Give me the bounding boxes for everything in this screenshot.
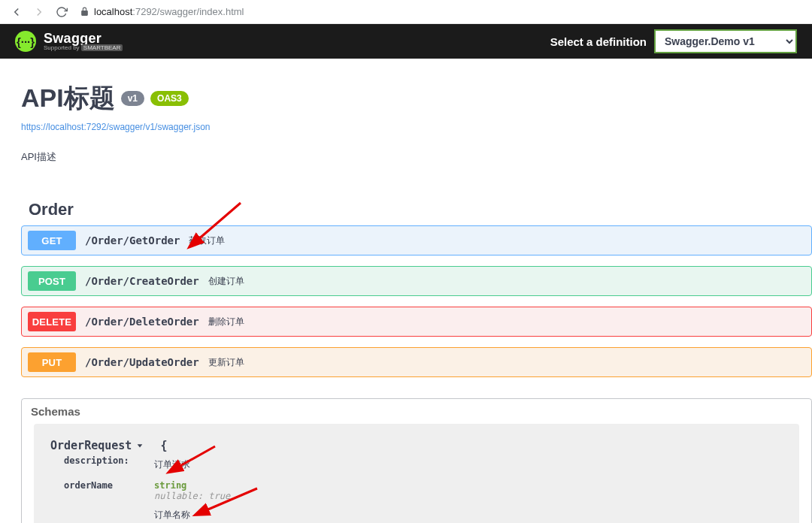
opblock-post[interactable]: POST/Order/CreateOrder创建订单 bbox=[21, 266, 812, 296]
back-button[interactable] bbox=[6, 2, 27, 23]
operation-path: /Order/CreateOrder bbox=[85, 275, 199, 287]
arrow-left-icon bbox=[10, 5, 23, 19]
model-prop-type: string bbox=[154, 480, 230, 491]
reload-icon bbox=[56, 6, 68, 18]
reload-button[interactable] bbox=[51, 2, 72, 23]
operation-summary: 更新订单 bbox=[208, 356, 244, 369]
address-bar[interactable]: localhost:7292/swagger/index.html bbox=[80, 2, 806, 22]
definition-select[interactable]: Swagger.Demo v1 bbox=[654, 29, 797, 53]
version-badge: v1 bbox=[121, 91, 144, 106]
api-title-text: API标题 bbox=[21, 81, 115, 116]
operation-summary: 删除订单 bbox=[208, 316, 244, 328]
operation-summary: 获取订单 bbox=[189, 234, 225, 247]
model-name: OrderRequest bbox=[50, 439, 132, 452]
http-method-badge: DELETE bbox=[28, 312, 76, 331]
swagger-topbar: {···} Swagger Supported by SMARTBEAR Sel… bbox=[0, 24, 812, 59]
model-prop-desc: 订单名称 bbox=[154, 509, 230, 521]
swagger-logo-icon: {···} bbox=[15, 31, 36, 52]
opblock-delete[interactable]: DELETE/Order/DeleteOrder删除订单 bbox=[21, 307, 812, 337]
http-method-badge: GET bbox=[28, 231, 76, 250]
model-prop-name: orderName bbox=[64, 480, 154, 523]
model-prop-nullable: nullable: true bbox=[154, 491, 230, 501]
api-description: API描述 bbox=[21, 150, 812, 164]
http-method-badge: PUT bbox=[28, 352, 76, 372]
opblock-put[interactable]: PUT/Order/UpdateOrder更新订单 bbox=[21, 347, 812, 377]
brand-subtitle: Supported by SMARTBEAR bbox=[44, 45, 123, 51]
browser-toolbar: localhost:7292/swagger/index.html bbox=[0, 0, 812, 24]
schemas-section: Schemas OrderRequest { description: 订单请求… bbox=[21, 398, 812, 523]
operation-summary: 创建订单 bbox=[208, 275, 244, 288]
operation-path: /Order/GetOrder bbox=[85, 234, 180, 246]
info-section: API标题 v1 OAS3 https://localhost:7292/swa… bbox=[21, 81, 812, 164]
model-desc-key: description: bbox=[64, 455, 154, 479]
http-method-badge: POST bbox=[28, 271, 76, 291]
model-desc-value: 订单请求 bbox=[154, 458, 190, 471]
main-content: API标题 v1 OAS3 https://localhost:7292/swa… bbox=[0, 59, 812, 523]
topbar-brand: {···} Swagger Supported by SMARTBEAR bbox=[15, 31, 123, 52]
svg-marker-0 bbox=[138, 444, 143, 447]
opblock-get[interactable]: GET/Order/GetOrder获取订单 bbox=[21, 225, 812, 255]
schemas-body: OrderRequest { description: 订单请求 orderNa… bbox=[34, 424, 799, 523]
schemas-header[interactable]: Schemas bbox=[22, 399, 811, 424]
operation-path: /Order/DeleteOrder bbox=[85, 316, 199, 328]
oas-badge: OAS3 bbox=[150, 91, 189, 106]
brace-open: { bbox=[160, 439, 167, 452]
operations-list: GET/Order/GetOrder获取订单POST/Order/CreateO… bbox=[21, 225, 812, 377]
definition-select-label: Select a definition bbox=[550, 35, 647, 48]
tag-order: Order GET/Order/GetOrder获取订单POST/Order/C… bbox=[21, 200, 812, 377]
brand-title: Swagger bbox=[44, 32, 123, 45]
url-text: localhost:7292/swagger/index.html bbox=[94, 6, 244, 17]
lock-icon bbox=[80, 7, 89, 17]
spec-link[interactable]: https://localhost:7292/swagger/v1/swagge… bbox=[21, 122, 210, 132]
operation-path: /Order/UpdateOrder bbox=[85, 356, 199, 368]
forward-button[interactable] bbox=[29, 2, 50, 23]
arrow-right-icon bbox=[32, 5, 46, 19]
model-title[interactable]: OrderRequest { bbox=[50, 439, 783, 452]
api-title: API标题 v1 OAS3 bbox=[21, 81, 189, 116]
caret-down-icon bbox=[136, 439, 144, 452]
tag-name[interactable]: Order bbox=[21, 200, 812, 225]
